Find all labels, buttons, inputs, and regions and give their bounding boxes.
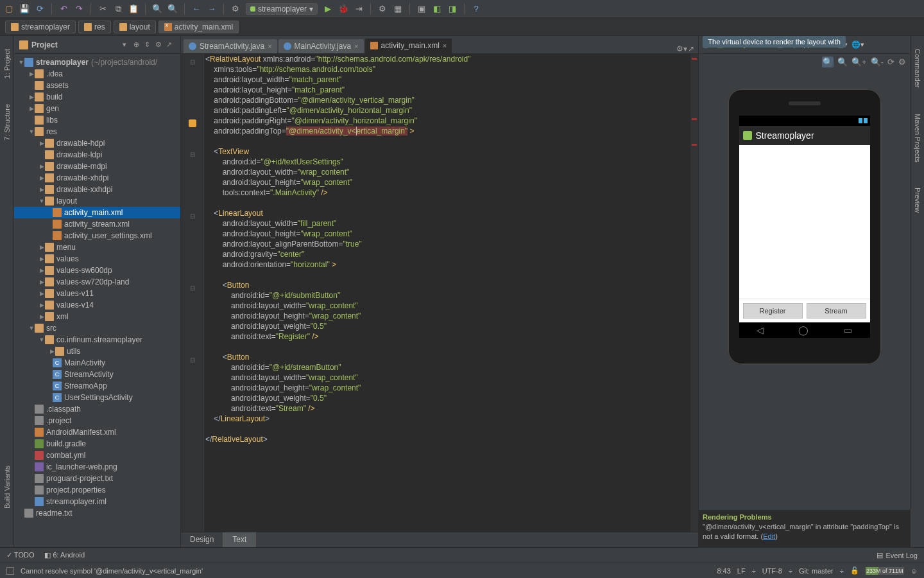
tree-file[interactable]: .classpath — [14, 403, 180, 415]
tree-file[interactable]: activity_stream.xml — [14, 218, 180, 230]
tab-text[interactable]: Text — [223, 532, 256, 547]
tree-folder[interactable]: ▶build — [14, 91, 180, 103]
editor-gutter[interactable]: ⊟ ⊟ ⊟ ⊟ ⊟ — [181, 54, 204, 532]
tree-class[interactable]: CUserSettingsActivity — [14, 392, 180, 403]
tree-file[interactable]: .project — [14, 415, 180, 426]
tree-folder[interactable]: ▶values-sw720dp-land — [14, 276, 180, 288]
close-icon[interactable]: × — [443, 42, 447, 49]
fold-icon[interactable]: ⊟ — [190, 213, 195, 220]
tree-folder[interactable]: ▶xml — [14, 311, 180, 322]
tree-class[interactable]: CStreamActivity — [14, 369, 180, 380]
event-log-tab[interactable]: ▤ Event Log — [877, 551, 918, 559]
lock-icon[interactable]: 🔓 — [850, 566, 859, 575]
right-tab-preview[interactable]: Preview — [914, 188, 921, 213]
todo-tab[interactable]: ✓ TODO — [6, 551, 34, 559]
tree-file[interactable]: build.gradle — [14, 438, 180, 450]
gear-icon[interactable]: ⚙ — [155, 40, 164, 49]
crumb-file[interactable]: activity_main.xml — [158, 21, 239, 33]
tree-folder[interactable]: ▶.idea — [14, 68, 180, 80]
undo-icon[interactable]: ↶ — [58, 4, 69, 14]
crumb-module[interactable]: streamoplayer — [5, 21, 76, 33]
tree-class[interactable]: CStreamoApp — [14, 380, 180, 392]
find-icon[interactable]: 🔍 — [152, 4, 162, 14]
target-icon[interactable]: ⊕ — [133, 40, 142, 49]
cut-icon[interactable]: ✂ — [98, 4, 108, 14]
attach-icon[interactable]: ⇥ — [354, 4, 364, 14]
close-icon[interactable]: × — [268, 42, 271, 50]
tree-folder[interactable]: ▶drawable-hdpi — [14, 137, 180, 149]
tree-folder[interactable]: ▶gen — [14, 103, 180, 114]
tree-file[interactable]: project.properties — [14, 484, 180, 496]
zoom-in-icon[interactable]: 🔍+ — [851, 57, 867, 67]
caret-position[interactable]: 8:43 — [717, 567, 730, 575]
tree-class[interactable]: CMainActivity — [14, 357, 180, 369]
open-icon[interactable]: ▢ — [4, 4, 14, 14]
tree-folder-layout[interactable]: ▼layout — [14, 195, 180, 207]
error-mark[interactable] — [692, 58, 697, 60]
paste-icon[interactable]: 📋 — [128, 4, 139, 14]
tree-folder[interactable]: ▶values — [14, 253, 180, 265]
tree-file-activity-main[interactable]: activity_main.xml — [14, 207, 180, 218]
left-tab-project[interactable]: 1: Project — [3, 49, 11, 78]
copy-icon[interactable]: ⧉ — [113, 4, 123, 14]
avd-manager-icon[interactable]: ◧ — [432, 4, 442, 14]
save-icon[interactable]: 💾 — [19, 4, 30, 14]
settings-icon[interactable]: ⚙ — [377, 4, 388, 14]
run-icon[interactable]: ▶ — [323, 4, 333, 14]
crumb-res[interactable]: res — [78, 21, 111, 33]
sdk-manager-icon[interactable]: ▣ — [416, 4, 427, 14]
settings-icon[interactable]: ⚙ — [898, 57, 906, 67]
help-icon[interactable]: ? — [471, 4, 481, 14]
fold-icon[interactable]: ⊟ — [190, 285, 195, 292]
tree-folder[interactable]: ▶drawable-xxhdpi — [14, 184, 180, 195]
dropdown-icon[interactable]: ▾ — [123, 40, 132, 49]
code-editor[interactable]: <RelativeLayout xmlns:android="http://sc… — [204, 54, 690, 532]
make-icon[interactable]: ⚙ — [230, 4, 241, 14]
replace-icon[interactable]: 🔍 — [167, 4, 178, 14]
zoom-actual-icon[interactable]: 🔍 — [837, 57, 848, 67]
zoom-out-icon[interactable]: 🔍- — [871, 57, 884, 67]
left-tab-build[interactable]: Build Variants — [3, 466, 11, 509]
tree-file[interactable]: activity_user_settings.xml — [14, 230, 180, 241]
zoom-fit-icon[interactable]: 🔍 — [822, 57, 834, 67]
tree-folder[interactable]: ▶utils — [14, 346, 180, 357]
tree-package[interactable]: ▼co.infinum.streamoplayer — [14, 334, 180, 346]
collapse-icon[interactable]: ⇕ — [144, 40, 153, 49]
tree-file[interactable]: readme.txt — [14, 507, 180, 519]
refresh-icon[interactable]: ⟳ — [887, 57, 894, 67]
tree-folder[interactable]: ▶values-v11 — [14, 288, 180, 299]
bulb-icon[interactable] — [189, 119, 196, 127]
project-tree[interactable]: ▼streamoplayer(~/projects/android/ ▶.ide… — [14, 54, 180, 547]
tree-folder[interactable]: ▶menu — [14, 241, 180, 253]
run-config-selector[interactable]: streamoplayer ▾ — [246, 3, 318, 15]
error-mark[interactable] — [692, 144, 697, 146]
crumb-layout[interactable]: layout — [114, 21, 156, 33]
tree-file[interactable]: proguard-project.txt — [14, 473, 180, 484]
hector-icon[interactable]: ☺ — [911, 567, 918, 575]
sync-icon[interactable]: ⟳ — [35, 4, 45, 14]
error-mark[interactable] — [692, 118, 697, 120]
hide-icon[interactable]: ↗ — [688, 44, 698, 53]
redo-icon[interactable]: ↷ — [74, 4, 84, 14]
tab-activity-main-xml[interactable]: activity_main.xml× — [365, 39, 452, 54]
fold-icon[interactable]: ⊟ — [190, 151, 195, 158]
tree-folder-src[interactable]: ▼src — [14, 322, 180, 334]
debug-icon[interactable]: 🐞 — [338, 4, 348, 14]
tree-root[interactable]: ▼streamoplayer(~/projects/android/ — [14, 57, 180, 68]
fold-icon[interactable]: ⊟ — [190, 356, 195, 363]
forward-icon[interactable]: → — [207, 4, 217, 14]
right-tab-maven[interactable]: Maven Projects — [914, 114, 921, 162]
project-structure-icon[interactable]: ▦ — [393, 4, 403, 14]
tree-folder[interactable]: ▶values-v14 — [14, 299, 180, 311]
tab-main-activity[interactable]: MainActivity.java× — [278, 39, 364, 53]
hide-icon[interactable]: ↗ — [166, 40, 175, 49]
tree-folder[interactable]: drawable-ldpi — [14, 149, 180, 161]
tree-folder[interactable]: ▶drawable-xhdpi — [14, 172, 180, 184]
right-tab-commander[interactable]: Commander — [914, 49, 921, 88]
memory-indicator[interactable]: 233M of 711M — [866, 567, 904, 575]
gear-icon[interactable]: ⚙▾ — [676, 44, 687, 53]
tab-design[interactable]: Design — [181, 532, 223, 547]
tool-window-toggle[interactable] — [6, 567, 14, 575]
left-tab-structure[interactable]: 7: Structure — [3, 104, 11, 141]
tree-folder[interactable]: ▶values-sw600dp — [14, 265, 180, 276]
